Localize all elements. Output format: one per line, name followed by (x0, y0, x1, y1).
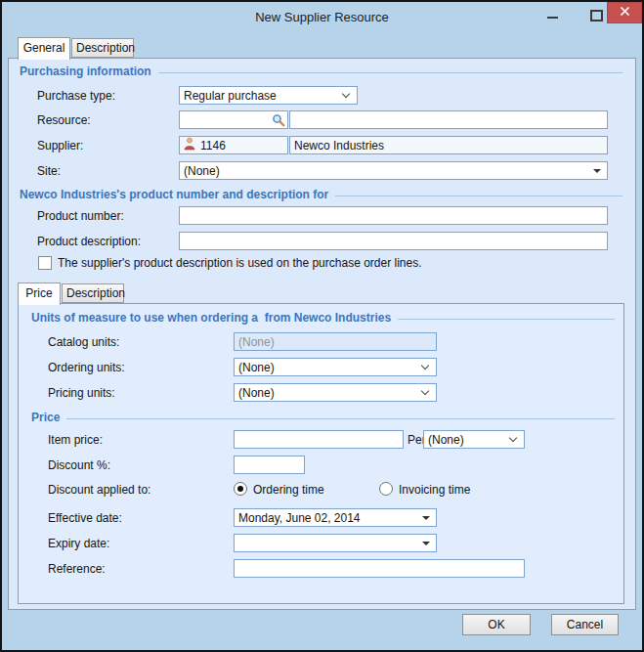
catalog-units-value: (None) (238, 335, 275, 349)
tab-general[interactable]: General (18, 37, 70, 60)
supplier-description-checkbox-label: The supplier's product description is us… (58, 256, 422, 270)
chevron-down-icon (421, 362, 429, 369)
pricing-units-value: (None) (238, 386, 275, 400)
site-select[interactable]: (None) (179, 161, 608, 180)
tab-price-label: Price (25, 286, 52, 300)
chevron-down-icon (421, 387, 429, 395)
section-heading: Price (31, 411, 60, 424)
site-label: Site: (37, 164, 61, 178)
tab-price-description-label: Description (66, 286, 125, 300)
radio-ordering-time[interactable] (234, 482, 247, 496)
radio-ordering-time-label: Ordering time (253, 483, 324, 497)
search-icon[interactable] (272, 113, 285, 129)
chevron-down-icon (509, 434, 517, 442)
section-heading: Units of measure to use when ordering a … (31, 311, 391, 325)
per-value: (None) (428, 433, 464, 447)
product-description-label: Product description: (37, 235, 141, 248)
per-select[interactable]: (None) (423, 430, 525, 449)
ok-button-label: OK (488, 618, 504, 631)
discount-pct-label: Discount %: (48, 458, 110, 472)
purchase-type-value: Regular purchase (184, 89, 277, 103)
product-description-input[interactable] (179, 232, 608, 250)
tab-general-label: General (23, 41, 65, 55)
dropdown-arrow-icon (593, 169, 601, 173)
section-units-of-measure: Units of measure to use when ordering a … (31, 311, 615, 325)
cancel-button[interactable]: Cancel (551, 614, 619, 635)
person-icon (184, 137, 195, 154)
supplier-name-value: Newco Industries (294, 139, 384, 152)
resource-name-input[interactable] (289, 110, 608, 129)
expiry-date-label: Expiry date: (48, 537, 109, 550)
section-price: Price (31, 411, 615, 424)
section-purchasing-information: Purchasing information (20, 65, 623, 78)
section-product-number: Newco Industries's product number and de… (20, 188, 623, 201)
supplier-name-field: Newco Industries (289, 136, 608, 154)
expiry-date-select[interactable] (234, 534, 437, 552)
close-button[interactable] (607, 2, 642, 23)
tab-description-label: Description (76, 41, 135, 55)
product-number-label: Product number: (37, 209, 124, 223)
minimize-icon[interactable] (547, 17, 558, 19)
resource-code-input[interactable] (179, 110, 288, 129)
cancel-button-label: Cancel (567, 618, 603, 631)
product-number-input[interactable] (179, 206, 608, 225)
ok-button[interactable]: OK (462, 614, 531, 635)
tab-price[interactable]: Price (18, 283, 61, 305)
section-divider (158, 72, 623, 73)
dialog-window: New Supplier Resource General Descriptio… (0, 0, 644, 652)
resource-label: Resource: (37, 113, 91, 127)
catalog-units-field: (None) (234, 332, 437, 351)
section-divider (66, 418, 615, 419)
radio-invoicing-time-label: Invoicing time (399, 483, 470, 497)
item-price-input[interactable] (234, 430, 404, 449)
ordering-units-label: Ordering units: (48, 361, 125, 374)
catalog-units-label: Catalog units: (48, 335, 119, 349)
pricing-units-select[interactable]: (None) (234, 383, 437, 402)
discount-pct-input[interactable] (234, 456, 305, 474)
close-icon (620, 6, 630, 20)
supplier-label: Supplier: (37, 139, 83, 152)
supplier-code-field[interactable]: 1146 (179, 136, 288, 154)
chevron-down-icon (342, 90, 350, 98)
section-divider (335, 196, 623, 196)
dropdown-arrow-icon (422, 516, 430, 520)
supplier-description-checkbox[interactable] (38, 256, 52, 270)
ordering-units-select[interactable]: (None) (234, 358, 437, 376)
reference-label: Reference: (48, 562, 106, 576)
purchase-type-label: Purchase type: (37, 89, 115, 103)
supplier-code-value: 1146 (200, 138, 226, 153)
effective-date-select[interactable]: Monday, June 02, 2014 (234, 508, 437, 527)
section-heading: Purchasing information (20, 65, 151, 78)
section-heading: Newco Industries's product number and de… (20, 188, 328, 201)
ordering-units-value: (None) (238, 361, 275, 374)
section-divider (398, 319, 615, 320)
site-value: (None) (184, 164, 220, 178)
radio-invoicing-time[interactable] (379, 482, 393, 496)
window-title: New Supplier Resource (2, 10, 642, 24)
radio-selected-dot (237, 486, 243, 492)
reference-input[interactable] (234, 559, 525, 578)
effective-date-value: Monday, June 02, 2014 (238, 511, 361, 525)
tab-price-description[interactable]: Description (62, 283, 124, 303)
effective-date-label: Effective date: (48, 511, 122, 525)
purchase-type-select[interactable]: Regular purchase (179, 86, 358, 105)
pricing-units-label: Pricing units: (48, 386, 115, 400)
item-price-label: Item price: (48, 433, 103, 447)
dropdown-arrow-icon (422, 542, 430, 545)
maximize-icon[interactable] (590, 10, 603, 22)
discount-applied-label: Discount applied to: (48, 483, 150, 497)
tab-description[interactable]: Description (71, 38, 134, 58)
